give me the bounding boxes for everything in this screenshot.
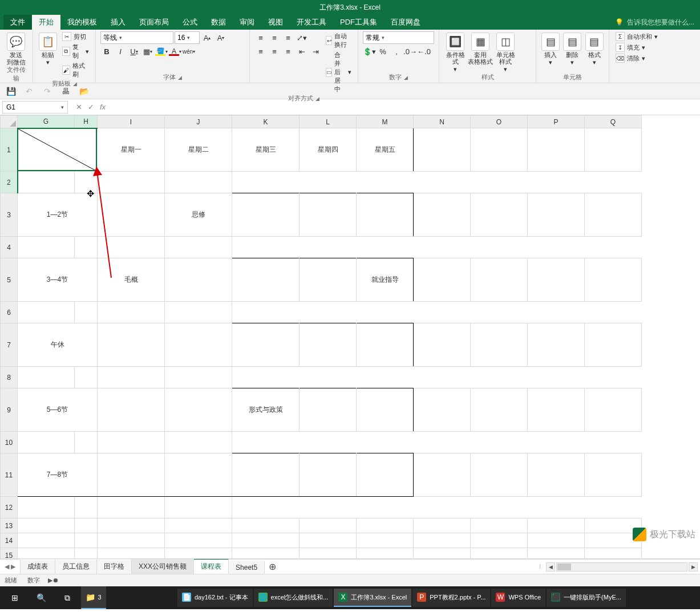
cell-sched-3-4[interactable] [357,388,414,432]
cell-sched-1-3[interactable] [300,258,357,302]
cell[interactable] [98,237,165,258]
cell[interactable] [98,533,165,548]
cell-period-4[interactable]: 7—8节 [18,453,98,497]
cell[interactable] [471,518,528,533]
scroll-left-button[interactable]: ◀ [546,562,555,572]
cell[interactable] [18,497,75,518]
number-dialog-icon[interactable]: ◢ [404,75,408,80]
delete-cells-button[interactable]: ▤删除▾ [563,31,582,66]
row-header-2[interactable]: 2 [1,172,18,193]
merge-center-button[interactable]: ▭合并后居中▾ [324,50,353,94]
col-header-I[interactable]: I [98,116,165,128]
cell[interactable] [165,533,232,548]
cell[interactable] [528,193,585,237]
row-header-11[interactable]: 11 [1,453,18,497]
cell[interactable] [585,388,642,432]
copy-button[interactable]: ⧉复制▾ [60,42,91,60]
cell[interactable] [75,518,98,533]
cell[interactable] [585,258,642,302]
sheet-tab-田字格[interactable]: 田字格 [97,559,132,574]
sheet-tab-XXX公司销售额[interactable]: XXX公司销售额 [132,559,194,574]
clear-button[interactable]: ⌫清除▾ [614,53,659,63]
cell[interactable] [165,497,232,518]
cell[interactable] [528,128,585,172]
autosum-button[interactable]: Σ自动求和▾ [614,31,659,42]
row-header-3[interactable]: 3 [1,193,18,237]
cell-sched-0-3[interactable] [300,193,357,237]
sheet-tab-课程表[interactable]: 课程表 [194,558,229,574]
cell[interactable] [75,497,98,518]
cell[interactable] [18,548,75,560]
font-name-combo[interactable]: 等线▾ [100,31,173,44]
confirm-edit-button[interactable]: ✓ [88,103,94,111]
cell[interactable] [585,323,642,367]
cell[interactable] [165,237,232,258]
cell-period-3[interactable]: 5—6节 [18,388,98,432]
cell[interactable] [18,518,75,533]
shrink-font-button[interactable]: A▾ [215,31,227,44]
cell-weekday-1[interactable]: 星期二 [165,128,232,172]
pinyin-guide-button[interactable]: wén▾ [183,45,195,58]
row-header-8[interactable]: 8 [1,367,18,388]
selection-handle[interactable] [95,169,99,173]
tab-公式[interactable]: 公式 [176,15,204,30]
tab-审阅[interactable]: 审阅 [233,15,261,30]
tab-file[interactable]: 文件 [3,15,32,30]
cell[interactable] [471,533,528,548]
row-header-5[interactable]: 5 [1,258,18,302]
taskbar-app[interactable]: WWPS Office [491,589,545,607]
col-header-P[interactable]: P [528,116,585,128]
cell[interactable] [98,497,165,518]
cell[interactable] [585,453,642,497]
cell[interactable] [75,302,98,323]
cell[interactable] [18,533,75,548]
cell[interactable] [165,367,232,388]
cell-styles-button[interactable]: ◫单元格样式▾ [494,31,517,72]
cell[interactable] [414,258,471,302]
cell-sched-1-1[interactable] [165,258,232,302]
font-color-button[interactable]: A▾ [169,45,181,58]
cell[interactable] [165,172,232,193]
cell[interactable] [75,533,98,548]
name-box[interactable]: G1▾ [2,101,68,114]
dec-decimal-button[interactable]: ←.0 [418,45,430,58]
cell[interactable] [98,367,165,388]
col-header-G[interactable]: G [18,116,75,128]
col-header-J[interactable]: J [165,116,232,128]
underline-button[interactable]: U▾ [128,45,140,58]
cell-sched-0-2[interactable] [232,193,300,237]
cell-sched-3-2[interactable]: 形式与政策 [232,388,300,432]
fill-color-button[interactable]: 🪣▾ [155,45,168,58]
cell[interactable] [528,258,585,302]
clipboard-dialog-icon[interactable]: ◢ [73,81,77,87]
cell-weekday-0[interactable]: 星期一 [98,128,165,172]
align-dialog-icon[interactable]: ◢ [315,96,319,102]
taskbar-app[interactable]: 📄day162.txt - 记事本 [177,589,253,607]
cell[interactable] [232,533,300,548]
bold-button[interactable]: B [100,45,113,58]
cell[interactable] [357,533,414,548]
save-button[interactable]: 💾 [6,86,16,96]
sheet-tab-成绩表[interactable]: 成绩表 [21,559,55,574]
cell[interactable] [471,453,528,497]
cell-period-1[interactable]: 3—4节 [18,258,98,302]
align-bottom-button[interactable]: ≡ [282,31,294,44]
cell[interactable] [528,518,585,533]
cell-weekday-4[interactable]: 星期五 [357,128,414,172]
number-format-combo[interactable]: 常规▾ [363,31,434,44]
format-cells-button[interactable]: ▤格式▾ [585,31,604,66]
tell-me[interactable]: 💡告诉我您想要做什么... [609,15,700,30]
row-header-12[interactable]: 12 [1,497,18,518]
row-header-15[interactable]: 15 [1,548,18,560]
cell[interactable] [471,258,528,302]
cell-sched-3-1[interactable] [165,388,232,432]
file-explorer-button[interactable]: 📁 3 [81,586,106,609]
cell[interactable] [300,533,357,548]
cell-sched-2-2[interactable] [232,323,300,367]
fill-button[interactable]: ↧填充▾ [614,42,659,52]
font-size-combo[interactable]: 16▾ [175,31,200,44]
cell[interactable] [98,432,165,453]
cell-sched-0-0[interactable] [98,193,165,237]
cell[interactable] [18,172,75,193]
align-right-button[interactable]: ≡ [282,45,294,58]
